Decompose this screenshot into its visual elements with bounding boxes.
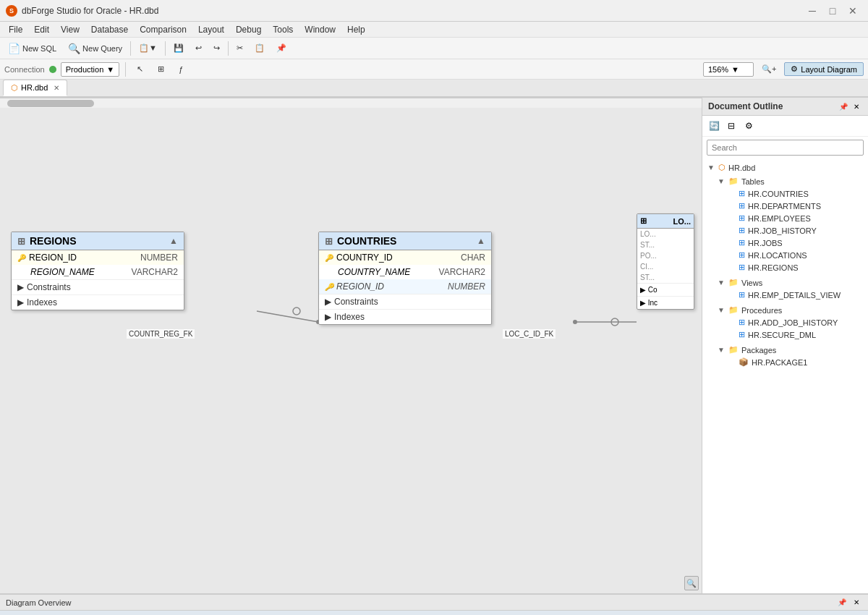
connection-dropdown[interactable]: Production ▼	[61, 62, 119, 77]
tab-hr-dbd-label: HR.dbd	[21, 83, 48, 92]
tree-node-hr-countries[interactable]: ⊞ HR.COUNTRIES	[723, 187, 868, 200]
outline-close-btn[interactable]: ✕	[851, 101, 862, 112]
regions-constraints-section[interactable]: ▶ Constraints	[12, 279, 184, 294]
tree-node-views[interactable]: ▼ 📁 Views	[712, 276, 868, 289]
root-children: ▼ 📁 Tables ⊞ HR.COUNTRIES	[702, 174, 868, 370]
tb-dropdown-btn[interactable]: 📋▼	[134, 40, 162, 57]
tree-node-procedures[interactable]: ▼ 📁 Procedures	[712, 304, 868, 316]
tree-node-hr-departments[interactable]: ⊞ HR.DEPARTMENTS	[723, 200, 868, 212]
new-sql-button[interactable]: 📄 New SQL	[3, 40, 61, 57]
diagram-area[interactable]: COUNTR_REG_FK LOC_C_ID_FK ⊞ REGIONS ▲ 🔑 …	[0, 98, 702, 593]
countries-indexes-section[interactable]: ▶ Indexes	[319, 309, 491, 324]
views-folder-icon: 📁	[728, 278, 739, 287]
tree-item-tables: ▼ 📁 Tables ⊞ HR.COUNTRIES	[712, 174, 868, 275]
tree-node-hr-job-history[interactable]: ⊞ HR.JOB_HISTORY	[723, 224, 868, 237]
new-query-button[interactable]: 🔍 New Query	[63, 40, 127, 57]
countries-constraints-section[interactable]: ▶ Constraints	[319, 294, 491, 309]
formula-tool-btn[interactable]: ƒ	[174, 61, 188, 78]
action1-icon: ↩	[195, 43, 202, 53]
menu-item-view[interactable]: View	[55, 23, 85, 36]
locations-partial-header: ⊞ LO...	[637, 214, 694, 229]
locations-partial-inc-section[interactable]: ▶ Inc	[637, 296, 694, 309]
layout-diagram-btn[interactable]: ⚙ Layout Diagram	[784, 62, 864, 76]
menu-item-edit[interactable]: Edit	[28, 23, 55, 36]
locations-partial-col-section[interactable]: ▶ Co	[637, 283, 694, 296]
tab-bar: ⬡ HR.dbd ✕	[0, 80, 868, 98]
pointer-tool-btn[interactable]: ↖	[132, 61, 148, 78]
overview-close-btn[interactable]: ✕	[851, 597, 862, 608]
search-btn[interactable]: 🔍	[684, 576, 699, 590]
overview-canvas[interactable]: REGIONS REGION_ID NUMBER REGION_NAME V..…	[0, 611, 868, 615]
regions-header: ⊞ REGIONS ▲	[12, 232, 184, 250]
package1-icon: 📦	[739, 357, 749, 367]
tree-node-packages[interactable]: ▼ 📁 Packages	[712, 344, 868, 356]
tree-node-hr-jobs[interactable]: ⊞ HR.JOBS	[723, 237, 868, 249]
tree-node-hr-locations[interactable]: ⊞ HR.LOCATIONS	[723, 249, 868, 261]
horizontal-scrollbar[interactable]	[0, 98, 702, 108]
tree-item-root: ▼ ⬡ HR.dbd ▼ 📁 Tables	[702, 160, 868, 371]
tree-node-tables[interactable]: ▼ 📁 Tables	[712, 175, 868, 187]
table-tool-btn[interactable]: ⊞	[153, 61, 169, 78]
countries-constraints-label: Constraints	[334, 297, 378, 307]
outline-search-input[interactable]	[707, 140, 864, 156]
menu-item-file[interactable]: File	[3, 23, 28, 36]
tb-cut-btn[interactable]: ✂	[231, 40, 248, 57]
countries-collapse-btn[interactable]: ▲	[477, 236, 485, 246]
tab-hr-dbd-close[interactable]: ✕	[54, 84, 59, 92]
menu-item-debug[interactable]: Debug	[230, 23, 267, 36]
fk-label-countr-reg: COUNTR_REG_FK	[127, 329, 195, 339]
tab-hr-dbd-icon: ⬡	[11, 83, 18, 93]
tree-node-hr-regions[interactable]: ⊞ HR.REGIONS	[723, 261, 868, 273]
copy-icon: 📋	[255, 43, 265, 53]
regions-collapse-btn[interactable]: ▲	[169, 236, 178, 246]
tree-node-root[interactable]: ▼ ⬡ HR.dbd	[702, 161, 868, 174]
regions-pk-icon: 🔑	[17, 254, 26, 262]
tree-node-add-job-history[interactable]: ⊞ HR.ADD_JOB_HISTORY	[723, 316, 868, 328]
menu-item-window[interactable]: Window	[299, 23, 341, 36]
tree-node-emp-details-view[interactable]: ⊞ HR.EMP_DETAILS_VIEW	[723, 289, 868, 301]
tb-save-btn[interactable]: 💾	[169, 40, 189, 57]
tb-action2-btn[interactable]: ↪	[208, 40, 225, 57]
minimize-button[interactable]: ─	[803, 4, 822, 18]
countries-header: ⊞ COUNTRIES ▲	[319, 232, 491, 250]
regions-indexes-section[interactable]: ▶ Indexes	[12, 294, 184, 310]
secure-dml-label: HR.SECURE_DML	[748, 331, 864, 339]
tb-paste-btn[interactable]: 📌	[271, 40, 292, 57]
tables-folder-icon: 📁	[728, 177, 739, 186]
regions-title-text: REGIONS	[30, 235, 77, 247]
scrollbar-thumb[interactable]	[7, 100, 94, 107]
tb-action1-btn[interactable]: ↩	[190, 40, 207, 57]
regions-tree-label: HR.REGIONS	[748, 263, 864, 272]
overview-pin-btn[interactable]: 📌	[836, 597, 848, 608]
menu-item-layout[interactable]: Layout	[192, 23, 230, 36]
menu-item-database[interactable]: Database	[85, 23, 134, 36]
menu-item-help[interactable]: Help	[341, 23, 371, 36]
outline-collapse-all-btn[interactable]: ⊟	[724, 119, 739, 133]
tab-hr-dbd[interactable]: ⬡ HR.dbd ✕	[3, 80, 67, 96]
tables-children: ⊞ HR.COUNTRIES ⊞ HR.DEPARTMENTS ⊞	[712, 187, 868, 273]
zoom-value: 156%	[708, 65, 728, 74]
outline-pin-btn[interactable]: 📌	[838, 101, 849, 112]
outline-header: Document Outline 📌 ✕	[702, 98, 868, 116]
zoom-box[interactable]: 156% ▼	[703, 62, 754, 77]
zoom-in-btn[interactable]: 🔍+	[757, 61, 781, 78]
tree-node-secure-dml[interactable]: ⊞ HR.SECURE_DML	[723, 328, 868, 341]
package1-label: HR.PACKAGE1	[752, 358, 864, 367]
save-icon: 💾	[174, 43, 184, 53]
regions-col-region-name: REGION_NAME	[30, 267, 129, 277]
procedures-folder-icon: 📁	[728, 305, 739, 315]
outline-settings-btn[interactable]: ⚙	[741, 119, 756, 133]
tree-node-hr-employees[interactable]: ⊞ HR.EMPLOYEES	[723, 212, 868, 224]
maximize-button[interactable]: □	[823, 4, 842, 18]
tree-node-hr-package1[interactable]: 📦 HR.PACKAGE1	[723, 356, 868, 368]
packages-expand-icon: ▼	[717, 346, 726, 354]
employees-table-icon: ⊞	[739, 213, 745, 223]
departments-tree-label: HR.DEPARTMENTS	[748, 202, 864, 211]
add-job-history-icon: ⊞	[739, 318, 745, 327]
close-button[interactable]: ✕	[843, 4, 862, 18]
menu-item-comparison[interactable]: Comparison	[134, 23, 192, 36]
countries-constraints-expand: ▶	[325, 297, 331, 307]
menu-item-tools[interactable]: Tools	[267, 23, 299, 36]
outline-refresh-btn[interactable]: 🔄	[707, 119, 721, 133]
tb-copy-btn[interactable]: 📋	[250, 40, 270, 57]
